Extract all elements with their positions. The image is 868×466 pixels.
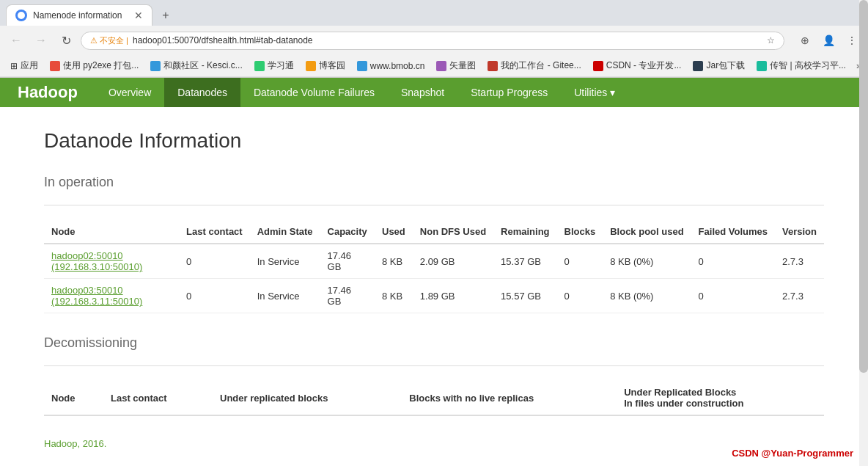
refresh-button[interactable]: ↻ [56,30,76,51]
main-content: Datanode Information In operation Node L… [0,107,868,466]
node-link[interactable]: hadoop03:50010 (192.168.3.11:50010) [51,285,142,307]
footer: Hadoop, 2016. [44,438,824,449]
bookmark-favicon [150,61,161,71]
col-under-replicated-construction: Under Replicated Blocks In files under c… [617,381,824,415]
table-cell: 15.37 GB [493,244,556,279]
node-link[interactable]: hadoop02:50010 (192.168.3.10:50010) [51,250,142,272]
bookmark-label: Jar包下载 [706,59,745,72]
tab-title: Namenode information [33,10,128,21]
table-cell: 0 [179,244,250,279]
table-cell: 2.09 GB [413,244,493,279]
forward-button[interactable]: → [31,30,51,51]
bookmark-cnblogs[interactable]: 博客园 [301,58,350,73]
section-divider [44,205,824,205]
nav-volume-failures[interactable]: Datanode Volume Failures [240,78,388,107]
table-cell: In Service [250,279,320,313]
bookmark-label: www.bmob.cn [370,61,425,71]
bookmark-favicon [593,61,603,71]
bookmark-label: 和颜社区 - Kesci.c... [163,59,242,72]
nav-utilities[interactable]: Utilities ▾ [561,78,628,107]
new-tab-button[interactable]: + [155,5,176,26]
col-capacity: Capacity [320,220,375,244]
chevron-down-icon: ▾ [610,87,615,98]
bookmark-favicon [50,61,60,71]
page-title: Datanode Information [44,129,824,153]
bookmark-label: 学习通 [268,59,294,72]
scrollbar-thumb[interactable] [859,0,868,373]
nav-utilities-label: Utilities ▾ [574,87,615,98]
bookmark-label: 传智 | 高校学习平... [770,59,846,72]
svg-point-0 [18,12,25,19]
bookmark-csdn[interactable]: CSDN - 专业开发... [589,58,686,73]
bookmark-chuanzhi[interactable]: 传智 | 高校学习平... [752,58,850,73]
tab-close-button[interactable]: ✕ [134,10,143,21]
address-bar[interactable]: ⚠ 不安全 | hadoop01:50070/dfshealth.html#ta… [81,32,784,50]
bookmark-star-icon[interactable]: ☆ [767,35,775,45]
bookmark-favicon [254,61,265,71]
table-cell: 0 [691,244,775,279]
table-header-row: Node Last contact Admin State Capacity U… [44,220,824,244]
bookmark-jar[interactable]: Jar包下载 [688,58,749,73]
hadoop-nav: Hadoop Overview Datanodes Datanode Volum… [0,78,868,107]
col-node-d: Node [44,381,103,415]
table-cell: 17.46 GB [320,244,375,279]
bookmark-favicon [306,61,316,71]
table-cell: 0 [691,279,775,313]
bookmark-xuexitong[interactable]: 学习通 [250,58,298,73]
tab-bar: Namenode information ✕ + [0,0,868,26]
section-divider-2 [44,365,824,366]
bookmark-bmob[interactable]: www.bmob.cn [353,59,430,73]
profile-button[interactable]: 👤 [818,30,839,51]
col-used: Used [375,220,413,244]
table-cell: 0 [179,279,250,313]
table-header: Node Last contact Admin State Capacity U… [44,220,824,244]
browser-tab[interactable]: Namenode information ✕ [6,4,152,26]
apps-icon: ⊞ [10,61,18,71]
col-remaining: Remaining [493,220,556,244]
bookmark-favicon [693,61,703,71]
bookmark-vector[interactable]: 矢量图 [432,58,480,73]
bookmark-label: 使用 py2exe 打包... [63,59,139,72]
bookmark-favicon [757,61,767,71]
bookmark-favicon [436,61,446,71]
scrollbar-track[interactable] [859,0,868,466]
table-row: hadoop02:50010 (192.168.3.10:50010)0In S… [44,244,824,279]
table-cell: 2.7.3 [775,244,824,279]
table-cell: 8 KB (0%) [603,244,691,279]
table-cell: hadoop02:50010 (192.168.3.10:50010) [44,244,179,279]
bookmark-kesci[interactable]: 和颜社区 - Kesci.c... [146,58,246,73]
browser-actions: ⊕ 👤 ⋮ [795,30,862,51]
browser-chrome: Namenode information ✕ + ← → ↻ ⚠ 不安全 | h… [0,0,868,78]
bookmark-favicon [357,61,367,71]
extensions-button[interactable]: ⊕ [795,30,815,51]
decomissioning-table: Node Last contact Under replicated block… [44,381,824,416]
nav-datanodes[interactable]: Datanodes [164,78,240,107]
nav-startup-progress[interactable]: Startup Progress [457,78,561,107]
section-in-operation-title: In operation [44,175,824,190]
col-last-contact-d: Last contact [103,381,213,415]
bookmark-py2exe[interactable]: 使用 py2exe 打包... [45,58,143,73]
table-cell: In Service [250,244,320,279]
in-operation-table: Node Last contact Admin State Capacity U… [44,220,824,313]
browser-controls: ← → ↻ ⚠ 不安全 | hadoop01:50070/dfshealth.h… [0,26,868,55]
in-operation-tbody: hadoop02:50010 (192.168.3.10:50010)0In S… [44,244,824,313]
address-text: hadoop01:50070/dfshealth.html#tab-datano… [133,35,762,45]
bookmark-label: 博客园 [319,59,345,72]
bookmark-label: 矢量图 [449,59,476,72]
bookmark-gitee[interactable]: 我的工作台 - Gitee... [483,58,585,73]
hadoop-logo: Hadoop [0,78,95,107]
table-cell: 17.46 GB [320,279,375,313]
nav-snapshot[interactable]: Snapshot [388,78,457,107]
csdn-watermark: CSDN @Yuan-Programmer [732,448,853,459]
col-node: Node [44,220,179,244]
table-row: hadoop03:50010 (192.168.3.11:50010)0In S… [44,279,824,313]
table-cell: 8 KB (0%) [603,279,691,313]
col-admin-state: Admin State [250,220,320,244]
security-warning: ⚠ 不安全 | [90,35,128,46]
bookmark-label: 我的工作台 - Gitee... [501,59,581,72]
back-button[interactable]: ← [6,30,26,51]
nav-overview[interactable]: Overview [95,78,164,107]
table-cell: 8 KB [375,279,413,313]
nav-items: Overview Datanodes Datanode Volume Failu… [95,78,628,107]
bookmark-apps[interactable]: ⊞ 应用 [6,58,43,73]
